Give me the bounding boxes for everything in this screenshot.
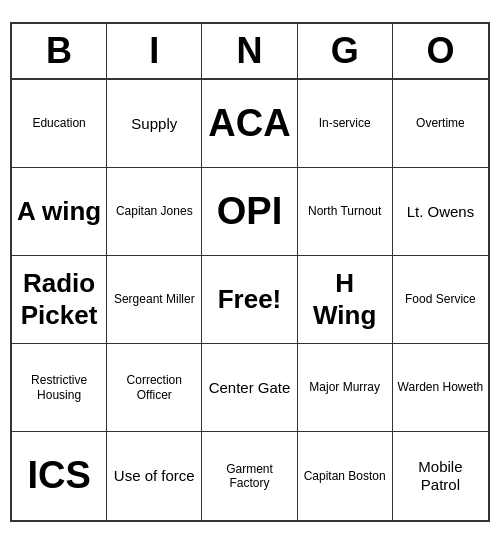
cell-text: Food Service (405, 292, 476, 306)
bingo-cell: Major Murray (298, 344, 393, 432)
cell-text: Use of force (114, 467, 195, 485)
bingo-cell: Radio Picket (12, 256, 107, 344)
cell-text: Garment Factory (206, 462, 292, 491)
bingo-cell: Capitan Jones (107, 168, 202, 256)
bingo-cell: A wing (12, 168, 107, 256)
header-letter: I (107, 24, 202, 78)
cell-text: ACA (208, 101, 290, 147)
cell-text: Major Murray (309, 380, 380, 394)
bingo-cell: Lt. Owens (393, 168, 488, 256)
cell-text: Correction Officer (111, 373, 197, 402)
cell-text: Mobile Patrol (397, 458, 484, 494)
header-letter: B (12, 24, 107, 78)
cell-text: Overtime (416, 116, 465, 130)
cell-text: Capitan Jones (116, 204, 193, 218)
cell-text: Free! (218, 284, 282, 315)
bingo-cell: North Turnout (298, 168, 393, 256)
bingo-cell: Correction Officer (107, 344, 202, 432)
cell-text: Center Gate (209, 379, 291, 397)
bingo-cell: Warden Howeth (393, 344, 488, 432)
cell-text: OPI (217, 189, 282, 235)
bingo-cell: Sergeant Miller (107, 256, 202, 344)
bingo-cell: Use of force (107, 432, 202, 520)
bingo-cell: Education (12, 80, 107, 168)
bingo-cell: Mobile Patrol (393, 432, 488, 520)
cell-text: H Wing (302, 268, 388, 330)
bingo-cell: Center Gate (202, 344, 297, 432)
cell-text: Lt. Owens (407, 203, 475, 221)
cell-text: Restrictive Housing (16, 373, 102, 402)
cell-text: Warden Howeth (398, 380, 484, 394)
bingo-cell: ICS (12, 432, 107, 520)
cell-text: A wing (17, 196, 101, 227)
cell-text: Radio Picket (16, 268, 102, 330)
bingo-cell: Free! (202, 256, 297, 344)
bingo-header: BINGO (12, 24, 488, 80)
bingo-cell: ACA (202, 80, 297, 168)
bingo-cell: Food Service (393, 256, 488, 344)
bingo-cell: Overtime (393, 80, 488, 168)
header-letter: O (393, 24, 488, 78)
cell-text: Capitan Boston (304, 469, 386, 483)
cell-text: Education (32, 116, 85, 130)
cell-text: Supply (131, 115, 177, 133)
cell-text: ICS (27, 453, 90, 499)
bingo-cell: OPI (202, 168, 297, 256)
header-letter: G (298, 24, 393, 78)
cell-text: In-service (319, 116, 371, 130)
bingo-card: BINGO EducationSupplyACAIn-serviceOverti… (10, 22, 490, 522)
cell-text: North Turnout (308, 204, 381, 218)
bingo-cell: Supply (107, 80, 202, 168)
header-letter: N (202, 24, 297, 78)
bingo-cell: Garment Factory (202, 432, 297, 520)
bingo-grid: EducationSupplyACAIn-serviceOvertimeA wi… (12, 80, 488, 520)
bingo-cell: Capitan Boston (298, 432, 393, 520)
bingo-cell: H Wing (298, 256, 393, 344)
bingo-cell: Restrictive Housing (12, 344, 107, 432)
cell-text: Sergeant Miller (114, 292, 195, 306)
bingo-cell: In-service (298, 80, 393, 168)
